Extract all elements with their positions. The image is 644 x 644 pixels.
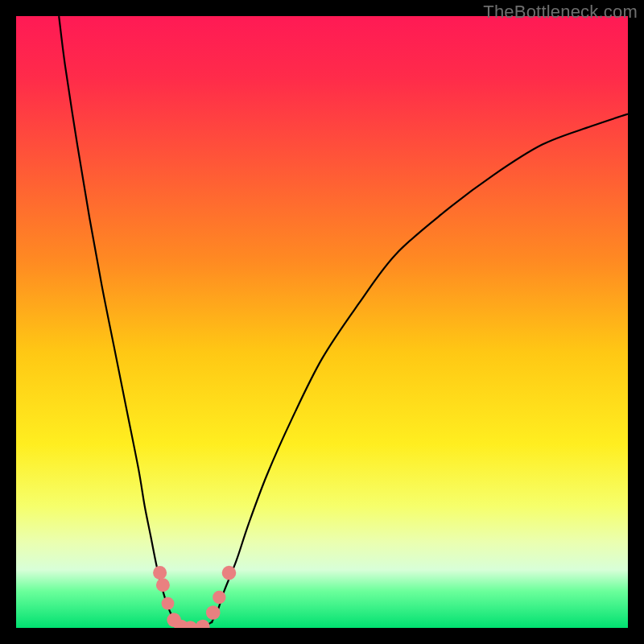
data-marker — [153, 566, 167, 580]
data-marker — [213, 591, 225, 604]
chart-frame: TheBottleneck.com — [0, 0, 644, 644]
data-marker — [222, 566, 237, 580]
watermark-text: TheBottleneck.com — [483, 2, 638, 23]
data-marker — [156, 578, 170, 592]
plot-area — [16, 16, 628, 628]
data-marker — [206, 605, 221, 620]
gradient-background — [16, 16, 628, 628]
data-marker — [162, 597, 175, 610]
chart-svg — [16, 16, 628, 628]
